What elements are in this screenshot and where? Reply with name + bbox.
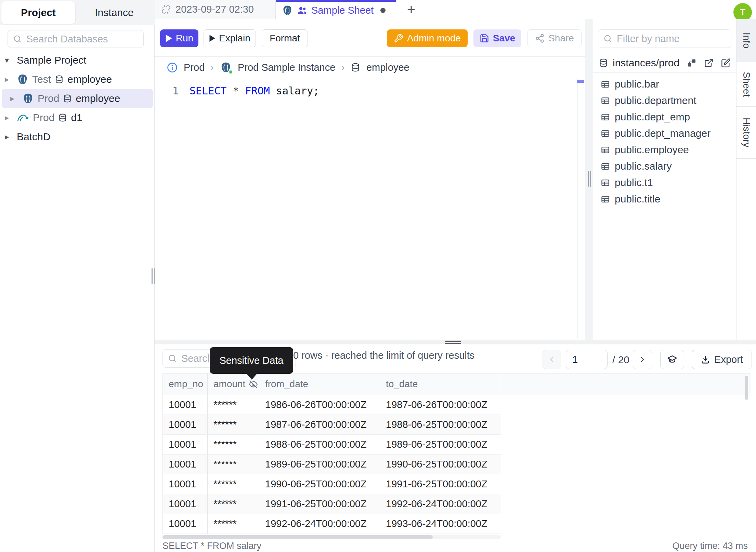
table-cell[interactable]: ****** bbox=[208, 415, 259, 435]
format-button[interactable]: Format bbox=[262, 29, 308, 47]
table-list-item[interactable]: public.employee bbox=[593, 142, 736, 158]
table-cell[interactable]: 1990-06-25T00:00:00Z bbox=[380, 455, 501, 474]
caret-right-icon[interactable]: ▸ bbox=[5, 132, 13, 142]
table-list-item[interactable]: public.dept_manager bbox=[593, 125, 736, 142]
table-list-item[interactable]: public.department bbox=[593, 92, 736, 109]
table-cell[interactable]: ****** bbox=[208, 494, 259, 514]
caret-right-icon[interactable]: ▸ bbox=[5, 113, 13, 122]
divider-handle[interactable] bbox=[590, 171, 591, 187]
table-cell[interactable]: ****** bbox=[208, 474, 259, 494]
next-page-button[interactable] bbox=[633, 350, 652, 369]
table-cell[interactable]: 1992-06-24T00:00:00Z bbox=[259, 514, 380, 534]
panel-resize-handle[interactable] bbox=[445, 341, 461, 342]
query-time: Query time: 43 ms bbox=[672, 541, 748, 551]
table-cell[interactable]: 1991-06-25T00:00:00Z bbox=[259, 494, 380, 514]
share-button[interactable]: Share bbox=[527, 29, 582, 47]
table-list-item[interactable]: public.salary bbox=[593, 158, 736, 174]
breadcrumb-database[interactable]: employee bbox=[366, 62, 409, 73]
table-cell[interactable]: 1992-06-24T00:00:00Z bbox=[380, 494, 501, 514]
table-cell[interactable]: 1986-06-26T00:00:00Z bbox=[259, 395, 380, 415]
filter-by-name-input[interactable] bbox=[617, 33, 726, 44]
panel-resize-handle[interactable] bbox=[445, 343, 461, 344]
table-cell[interactable]: 10001 bbox=[163, 415, 208, 435]
table-cell[interactable]: 1993-06-24T00:00:00Z bbox=[380, 514, 501, 534]
table-cell[interactable]: 1989-06-25T00:00:00Z bbox=[259, 455, 380, 474]
sheet-tab-active[interactable]: Sample Sheet bbox=[276, 0, 396, 19]
caret-down-icon[interactable]: ▾ bbox=[5, 55, 13, 65]
table-cell[interactable]: ****** bbox=[208, 435, 259, 455]
sql-editor[interactable]: 1 SELECT * FROM salary; bbox=[155, 78, 577, 340]
table-cell[interactable]: 1990-06-25T00:00:00Z bbox=[259, 474, 380, 494]
table-cell[interactable]: 1989-06-25T00:00:00Z bbox=[380, 435, 501, 455]
caret-right-icon[interactable]: ▸ bbox=[5, 75, 13, 84]
play-icon bbox=[165, 35, 172, 42]
table-cell[interactable]: 10001 bbox=[163, 494, 208, 514]
breadcrumb-instance[interactable]: Prod Sample Instance bbox=[238, 62, 335, 73]
table-list-item[interactable]: public.bar bbox=[593, 76, 736, 92]
search-databases-input[interactable] bbox=[26, 34, 139, 45]
tab-instance[interactable]: Instance bbox=[75, 1, 153, 24]
eye-off-icon[interactable] bbox=[249, 380, 258, 389]
table-cell[interactable]: 10001 bbox=[163, 455, 208, 474]
tree-item-project[interactable]: ▸BatchD bbox=[0, 127, 155, 146]
horizontal-scrollbar-thumb[interactable] bbox=[162, 535, 433, 539]
admin-mode-button[interactable]: Admin mode bbox=[387, 29, 468, 47]
avatar[interactable]: T bbox=[733, 3, 752, 22]
breadcrumb-environment[interactable]: Prod bbox=[184, 62, 205, 73]
table-cell[interactable]: 1987-06-26T00:00:00Z bbox=[380, 395, 501, 415]
table-cell[interactable]: 1988-06-25T00:00:00Z bbox=[380, 415, 501, 435]
horizontal-scrollbar[interactable] bbox=[162, 535, 501, 539]
left-resize-handle[interactable] bbox=[152, 268, 153, 284]
table-list-item[interactable]: public.dept_emp bbox=[593, 109, 736, 125]
edit-icon[interactable] bbox=[721, 58, 731, 68]
save-button[interactable]: Save bbox=[473, 29, 521, 47]
explain-button[interactable]: Explain bbox=[204, 29, 256, 47]
column-header-emp_no[interactable]: emp_no bbox=[163, 373, 208, 395]
info-icon[interactable] bbox=[167, 62, 178, 73]
masking-hat-button[interactable] bbox=[660, 350, 684, 369]
side-tab-info[interactable]: Info bbox=[737, 19, 756, 62]
table-cell[interactable]: 1991-06-25T00:00:00Z bbox=[380, 474, 501, 494]
run-button[interactable]: Run bbox=[160, 29, 198, 47]
external-link-icon[interactable] bbox=[704, 58, 714, 68]
table-cell[interactable]: ****** bbox=[208, 514, 259, 534]
postgres-icon bbox=[282, 5, 293, 16]
table-cell[interactable]: 1987-06-26T00:00:00Z bbox=[259, 415, 380, 435]
table-cell[interactable]: 10001 bbox=[163, 435, 208, 455]
tree-item-database[interactable]: ▸Prodemployee bbox=[2, 89, 153, 108]
schema-diagram-icon[interactable] bbox=[687, 58, 696, 68]
column-header-to_date[interactable]: to_date bbox=[380, 373, 501, 395]
table-list-item[interactable]: public.t1 bbox=[593, 174, 736, 191]
panel-divider[interactable] bbox=[585, 19, 593, 340]
tree-item-project[interactable]: ▾Sample Project bbox=[0, 51, 155, 70]
divider-handle[interactable] bbox=[588, 171, 589, 187]
page-number-input[interactable] bbox=[566, 350, 608, 369]
table-filter[interactable] bbox=[598, 29, 731, 48]
tree-item-database[interactable]: ▸Prodd1 bbox=[0, 108, 155, 127]
table-list-item[interactable]: public.title bbox=[593, 191, 736, 207]
database-search[interactable] bbox=[8, 30, 144, 48]
export-button[interactable]: Export bbox=[692, 350, 752, 369]
sheet-tab-bar: 2023-09-27 02:30 Sample Sheet + T bbox=[155, 0, 756, 19]
tree-item-database[interactable]: ▸Testemployee bbox=[0, 70, 155, 89]
caret-right-icon[interactable]: ▸ bbox=[10, 94, 18, 103]
new-sheet-button[interactable]: + bbox=[401, 0, 421, 19]
prev-page-button[interactable] bbox=[543, 350, 561, 369]
vertical-scrollbar[interactable] bbox=[745, 376, 748, 400]
side-tab-strip: InfoSheetHistory bbox=[736, 19, 756, 340]
table-cell[interactable]: 1988-06-25T00:00:00Z bbox=[259, 435, 380, 455]
panel-resize-bar[interactable] bbox=[155, 340, 756, 344]
table-cell[interactable]: 10001 bbox=[163, 474, 208, 494]
save-icon bbox=[480, 34, 489, 43]
table-cell[interactable]: 10001 bbox=[163, 514, 208, 534]
column-header-from_date[interactable]: from_date bbox=[259, 373, 380, 395]
side-tab-sheet[interactable]: Sheet bbox=[737, 62, 756, 107]
table-name: public.bar bbox=[615, 78, 659, 90]
search-icon bbox=[168, 354, 177, 363]
side-tab-history[interactable]: History bbox=[737, 107, 756, 159]
tab-project[interactable]: Project bbox=[1, 1, 75, 24]
table-cell[interactable]: ****** bbox=[208, 455, 259, 474]
table-cell[interactable]: 10001 bbox=[163, 395, 208, 415]
table-cell[interactable]: ****** bbox=[208, 395, 259, 415]
sheet-tab-unsaved[interactable]: 2023-09-27 02:30 bbox=[155, 0, 276, 19]
